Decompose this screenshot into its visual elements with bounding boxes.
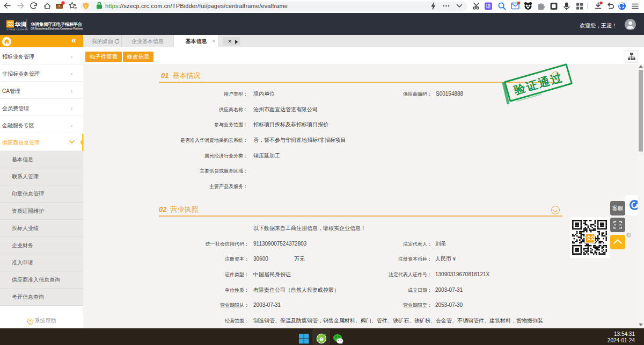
- svg-text:译: 译: [485, 3, 491, 9]
- svg-text:华润集团守正电商平台: 华润集团守正电商平台: [6, 28, 28, 31]
- svg-text:e: e: [319, 335, 323, 343]
- svg-text:华润: 华润: [14, 21, 27, 27]
- svg-text:!: !: [85, 4, 87, 9]
